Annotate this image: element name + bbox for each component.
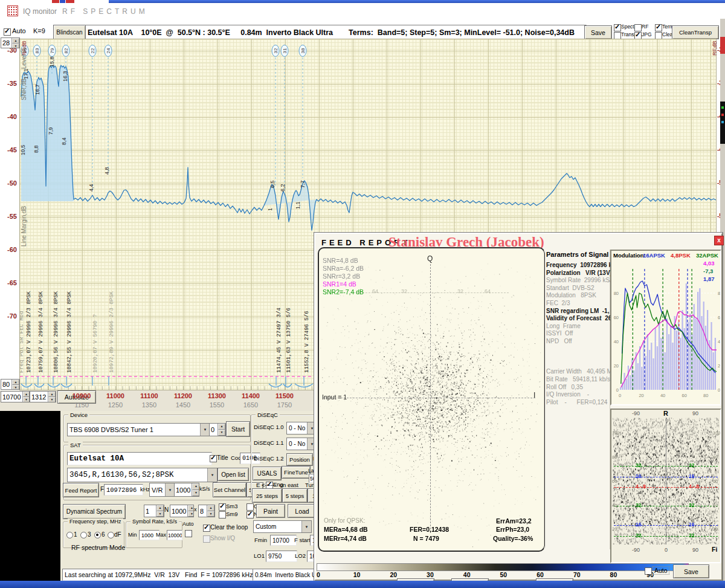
snr-line: SNRa=-6,2 dB [323,265,364,272]
legend-48psk: 4,8PSK [671,252,691,259]
diseqc10-select[interactable]: 0 - No▼ [286,422,317,435]
step-df-label: dF [114,531,121,538]
dyn-count-spinner[interactable]: 1▲▼ [144,505,164,517]
k-factor-label: K=9 [33,27,45,34]
mod-bar [666,318,668,390]
signal-param: Standart DVB-S2 [546,285,594,291]
chevron-down-icon[interactable]: ▼ [301,521,311,532]
title-checkbox[interactable] [210,455,217,462]
feed-report-button[interactable]: Feed Report [63,483,99,497]
fi-corner-label: Fi [712,546,717,553]
spinner-arrows[interactable]: ▲▼ [218,424,225,436]
n-value: N = 7479 [413,535,439,542]
phase-ytick: 40 [713,503,718,508]
start-button[interactable]: Start [226,421,250,437]
dyn-n-spinner[interactable]: 1000▲▼ [170,505,194,517]
fmin-field[interactable]: 10700 [270,535,297,546]
fi-save-button[interactable]: Save [673,564,709,578]
mod-bar [630,375,631,390]
show-iq-label: Show I/Q [210,535,235,541]
spinner-arrows[interactable]: ▲▼ [11,380,19,389]
step-6-radio[interactable] [94,532,101,538]
spinner-arrows[interactable]: ▲▼ [187,505,194,517]
steps-25-button[interactable]: 25 steps [252,488,282,503]
sm9-checkbox[interactable] [219,511,226,519]
dyn-x-spinner[interactable]: 8▲▼ [198,505,215,517]
level-top-spinner[interactable]: 28▲▼ [1,37,20,48]
max-field[interactable]: 10000 [167,530,182,540]
fi-auto-checkbox[interactable] [645,567,652,575]
y-tick-left: -50 [0,179,17,187]
phase-threshold-line [614,506,718,506]
position-button[interactable]: Position [286,453,313,466]
symbolrate-spinner[interactable]: 1000▲▼ [174,483,199,497]
step-1-label: 1 [74,531,77,538]
toolbar-check-spectr[interactable] [614,24,621,31]
step-df-radio[interactable] [108,532,114,538]
save-button[interactable]: Save [584,25,612,39]
blindscan-button[interactable]: Blindscan [53,25,86,40]
signal-param: Carrier Width 40,495 MHz [546,368,619,375]
application-window: IQ monitor RF SPECTRUM Auto K=9 Blindsca… [0,0,725,588]
scale-tick: 60 [536,571,544,578]
clean-transp-button[interactable]: CleanTransp [672,25,719,39]
finetune-button[interactable]: FineTune [282,466,311,479]
open-list-button[interactable]: Open list [218,468,249,481]
frequency-field[interactable]: 10972896 [104,484,143,496]
mod-bar [699,288,700,390]
paint-button[interactable]: Paint [256,504,285,518]
phase-threshold-label: 32 [636,502,641,508]
step-3-radio[interactable] [80,532,87,538]
app-name: IQ monitor [23,7,57,16]
spinner-arrows[interactable]: ▲▼ [11,38,19,48]
lo1-field[interactable]: 9750 [266,551,297,562]
legend-32apsk: 32APSK [696,252,718,259]
sm3-checkbox[interactable] [219,503,226,511]
spinner-arrows[interactable]: ▲▼ [192,483,199,496]
phase-threshold-label: 4 - 8 [636,483,646,489]
mod-bar [676,331,677,390]
set-channel-button[interactable]: Set Channel [213,482,246,497]
fi-bottom-right: 90 [692,547,698,553]
frequency-step-label: Frequency step, MHz [68,519,123,525]
usals-button[interactable]: USALS [253,467,282,480]
noise-checkbox[interactable] [246,511,254,519]
spinner-arrows[interactable]: ▲▼ [207,505,214,517]
step-1-radio[interactable] [66,532,73,538]
chevron-down-icon[interactable]: ▼ [207,468,217,482]
load-button[interactable]: Load [288,504,317,518]
level-bottom-spinner[interactable]: 80▲▼ [1,379,20,390]
band-preset-select[interactable]: Custom▼ [253,520,312,533]
diseqc11-select[interactable]: 0 - No▼ [286,438,317,450]
transponder-preset-select[interactable]: 3645,R,16130,56,S2;8PSK▼ [67,468,218,482]
snr-line: SNR=4,8 dB [323,257,358,264]
sr-auto-checkbox[interactable] [185,530,192,537]
dynamical-spectrum-button[interactable]: Dynamical Spectrum [63,504,126,519]
axis-caption-snr: SNR,dB [21,79,27,100]
close-icon[interactable]: x [714,236,724,245]
mod-ytick-right: 60 [718,315,720,320]
mod-bar [657,346,658,390]
satellite-name-field[interactable]: Eutelsat 10A [67,452,212,465]
steps-5-button[interactable]: 5 steps [282,488,308,503]
signal-param: Modulation 8PSK [546,292,596,299]
tuner-index-spinner[interactable]: 0▲▼ [209,423,226,436]
chevron-down-icon[interactable]: ▼ [200,424,210,436]
transponder-brace [21,384,32,387]
signal-param: SNR regarding LM -1, dB [546,308,619,314]
x-tick-if: 1650 [240,401,261,409]
modulation-legend-label: Modulation: [613,252,646,259]
show-iq-checkbox [203,535,210,543]
clear-loop-checkbox[interactable] [203,525,210,532]
fer-value: FER=0,12438 [410,526,449,533]
spinner-arrows[interactable]: ▲▼ [156,505,164,517]
auto-checkbox[interactable] [4,28,11,36]
indicator-dot-green [721,106,724,109]
tuner-select[interactable]: TBS 6908 DVBS/S2 Tuner 1▼ [67,423,210,436]
mod-bar [655,328,656,390]
phase-threshold-line [614,477,718,477]
polarization-select[interactable]: V/R▼ [149,483,175,497]
chevron-down-icon[interactable]: ▼ [165,483,175,496]
toolbar-check-terms[interactable] [655,24,662,31]
mod-bar [626,379,627,390]
